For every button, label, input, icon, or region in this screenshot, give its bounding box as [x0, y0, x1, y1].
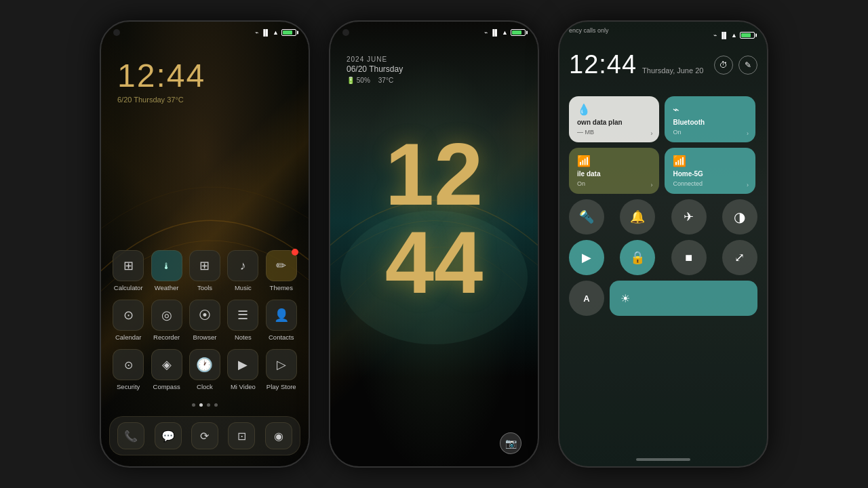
app-mi-video[interactable]: ▶ Mi Video	[224, 349, 261, 390]
video-button[interactable]: ■	[671, 240, 707, 275]
phone2-status-bar: ⌁ ▐▌ ▲	[330, 22, 538, 43]
cc-edit-icon[interactable]: ✎	[738, 56, 757, 75]
lockscreen-camera-button[interactable]: 📷	[500, 432, 521, 454]
font-button[interactable]: A	[569, 281, 604, 316]
lockscreen-date-header: 2024 JUNE 06/20 Thursday 🔋 50% 37°C	[347, 56, 403, 84]
phone2-bluetooth-icon: ⌁	[484, 29, 488, 36]
app-music[interactable]: ♪ Music	[224, 250, 261, 291]
calendar-label: Calendar	[115, 333, 142, 341]
app-row-1: ⊞ Calculator 🌡 Weather ⊞ Tools ♪ Music ✏…	[109, 250, 300, 291]
security-icon: ⊙	[113, 349, 144, 380]
app-recorder[interactable]: ◎ Recorder	[149, 300, 185, 341]
brightness-icon: ☀	[620, 292, 630, 305]
app-tools[interactable]: ⊞ Tools	[186, 250, 223, 291]
wifi-icon: ▲	[273, 29, 279, 36]
clock-icon: 🕐	[189, 349, 220, 380]
battery-icon	[281, 29, 296, 36]
dock-messages[interactable]: 💬	[150, 422, 186, 449]
lockscreen-year-month: 2024 JUNE	[347, 56, 403, 63]
notes-icon: ☰	[227, 300, 258, 331]
bluetooth-icon: ⌁	[673, 103, 747, 116]
mi-video-icon: ▶	[227, 349, 258, 380]
lockscreen-minute: 44	[330, 218, 538, 306]
lockscreen-hour: 12	[330, 130, 538, 218]
airplane-button[interactable]: ✈	[671, 199, 707, 235]
mobile-data2-tile[interactable]: 📶 ile data On ›	[569, 148, 659, 194]
signal-icon: ▐▌	[261, 29, 270, 36]
cc-date: Thursday, June 20	[642, 66, 703, 75]
home-time-display: 12:44 6/20 Thursday 37°C	[101, 57, 309, 104]
calculator-label: Calculator	[114, 284, 143, 291]
flashlight-button[interactable]: 🔦	[569, 199, 604, 235]
phone3-bluetooth-icon: ⌁	[713, 32, 717, 39]
dock-phone-icon: 📞	[117, 422, 144, 449]
lock-rotation-button[interactable]: 🔒	[620, 240, 655, 275]
brightness-row: A ☀	[569, 281, 757, 316]
location-button[interactable]: ▶	[569, 240, 604, 275]
app-security[interactable]: ⊙ Security	[110, 349, 146, 390]
brightness-slider[interactable]: ☀	[610, 281, 757, 316]
page-indicators	[101, 403, 309, 407]
bluetooth-tile[interactable]: ⌁ Bluetooth On ›	[665, 96, 755, 142]
themes-label: Themes	[270, 284, 293, 291]
notification-button[interactable]: 🔔	[620, 199, 655, 235]
mobile-data-provider: own data plan	[577, 119, 651, 126]
phone2-signal-icon: ▐▌	[490, 29, 499, 36]
phone2-battery	[511, 29, 526, 36]
mobile-data-tile[interactable]: 💧 own data plan — MB ›	[569, 96, 659, 142]
wifi-waves-icon: 📶	[673, 155, 747, 167]
recorder-icon: ◎	[151, 300, 182, 331]
app-row-3: ⊙ Security ◈ Compass 🕐 Clock ▶ Mi Video …	[109, 349, 300, 390]
calculator-icon: ⊞	[113, 250, 144, 281]
app-notes[interactable]: ☰ Notes	[224, 300, 261, 341]
phone3-status-bar: ⌁ ▐▌ ▲	[559, 24, 767, 46]
app-play-store[interactable]: ▷ Play Store	[263, 349, 300, 390]
music-label: Music	[235, 284, 252, 291]
app-compass[interactable]: ◈ Compass	[149, 349, 185, 390]
page-dot-3	[207, 403, 210, 407]
page-dot-2	[199, 403, 203, 407]
app-contacts[interactable]: 👤 Contacts	[263, 300, 300, 341]
dock-phone[interactable]: 📞	[113, 422, 149, 449]
tools-icon: ⊞	[189, 250, 220, 281]
dock-appvault[interactable]: ◉	[260, 422, 297, 449]
app-weather[interactable]: 🌡 Weather	[149, 250, 185, 291]
cc-time-date: 12:44 Thursday, June 20	[569, 50, 703, 79]
wifi-tile[interactable]: 📶 Home-5G Connected ›	[665, 148, 755, 194]
mobile-data-usage: — MB	[577, 129, 651, 136]
ctrl-row-2: 📶 ile data On › 📶 Home-5G Connected ›	[569, 148, 757, 194]
mobile-data-arrow: ›	[650, 130, 652, 137]
app-dock: 📞 💬 ⟳ ⊡ ◉	[109, 416, 300, 455]
music-icon: ♪	[227, 250, 258, 281]
dock-gallery-icon: ⊡	[228, 422, 255, 449]
phone2-camera	[342, 29, 349, 36]
dock-updater[interactable]: ⟳	[186, 422, 223, 449]
mobile-data2-arrow: ›	[650, 182, 652, 188]
app-calculator[interactable]: ⊞ Calculator	[110, 250, 146, 291]
battery-pct-text: 🔋 50%	[347, 77, 370, 84]
lockscreen-date: 06/20 Thursday	[347, 64, 403, 74]
calendar-icon: ⊙	[113, 300, 144, 331]
dock-updater-icon: ⟳	[191, 422, 218, 449]
mobile-data2-label: ile data	[577, 170, 651, 178]
contacts-icon: 👤	[266, 300, 297, 331]
app-browser[interactable]: ⦿ Browser	[186, 300, 223, 341]
app-themes[interactable]: ✏ Themes	[263, 250, 300, 291]
phone2-wifi-icon: ▲	[502, 29, 508, 36]
page-dot-1	[192, 403, 195, 407]
dock-gallery[interactable]: ⊡	[223, 422, 260, 449]
home-clock: 12:44	[117, 57, 309, 94]
control-tiles-grid: 💧 own data plan — MB › ⌁ Bluetooth On › …	[569, 96, 757, 316]
invert-button[interactable]: ◑	[722, 199, 757, 235]
clock-label: Clock	[197, 383, 213, 390]
fullscreen-button[interactable]: ⤢	[722, 240, 757, 275]
status-icons: ⌁ ▐▌ ▲	[255, 29, 296, 36]
phone2-status-icons: ⌁ ▐▌ ▲	[484, 29, 526, 36]
app-calendar[interactable]: ⊙ Calendar	[110, 300, 146, 341]
browser-label: Browser	[193, 333, 217, 341]
play-store-label: Play Store	[267, 383, 296, 390]
app-clock[interactable]: 🕐 Clock	[186, 349, 223, 390]
cc-timer-icon[interactable]: ⏱	[714, 56, 733, 75]
mobile-data2-sub: On	[577, 180, 651, 187]
wifi-sub: Connected	[673, 180, 747, 187]
